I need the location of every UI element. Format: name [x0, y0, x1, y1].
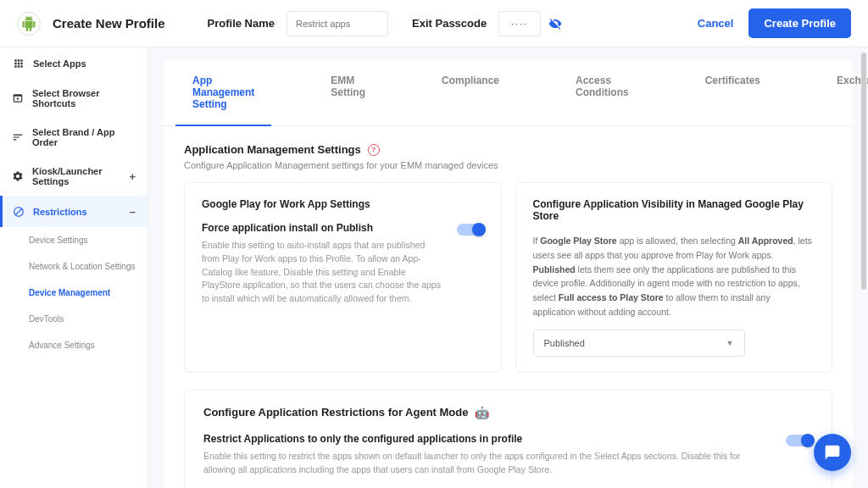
- profile-name-field: Profile Name: [208, 11, 388, 36]
- tab-compliance[interactable]: Compliance: [433, 59, 508, 125]
- scrollbar[interactable]: [861, 47, 866, 488]
- header: Create New Profile Profile Name Exit Pas…: [0, 0, 868, 47]
- profile-name-label: Profile Name: [208, 17, 275, 30]
- cancel-button[interactable]: Cancel: [698, 17, 734, 30]
- gear-icon: [12, 170, 24, 183]
- section-app-management: Application Management Settings ? Config…: [164, 126, 853, 182]
- apps-icon: [12, 57, 25, 69]
- force-install-desc: Enable this setting to auto-install apps…: [202, 239, 443, 306]
- robot-icon: 🤖: [475, 406, 489, 419]
- main-content: App Management Setting EMM Setting Compl…: [148, 47, 868, 488]
- chat-fab[interactable]: [814, 434, 851, 471]
- block-icon: [12, 205, 25, 218]
- collapse-icon[interactable]: –: [130, 205, 136, 218]
- exit-passcode-input[interactable]: [498, 11, 541, 36]
- sidebar-item-kiosk-settings[interactable]: Kiosk/Launcher Settings +: [0, 157, 147, 196]
- svg-point-0: [17, 97, 19, 99]
- sidebar-label: Restrictions: [33, 207, 87, 217]
- force-install-toggle[interactable]: [457, 224, 484, 236]
- card-visibility: Configure Application Visibility in Mana…: [515, 182, 833, 373]
- tab-emm[interactable]: EMM Setting: [322, 59, 374, 125]
- header-actions: Cancel Create Profile: [698, 8, 851, 38]
- sidebar-subitem-network[interactable]: Network & Location Settings: [0, 253, 147, 280]
- visibility-select[interactable]: Published ▼: [533, 330, 745, 357]
- sidebar-subitem-device-settings[interactable]: Device Settings: [0, 227, 147, 253]
- sidebar-label: Select Browser Shortcuts: [32, 88, 136, 108]
- restrict-apps-label: Restrict Applications to only the config…: [203, 433, 772, 445]
- card-play-settings: Google Play for Work App Settings Force …: [184, 182, 502, 373]
- tab-access-conditions[interactable]: Access Conditions: [567, 59, 637, 125]
- select-value: Published: [544, 338, 585, 348]
- sidebar-label: Select Apps: [33, 58, 86, 69]
- exit-passcode-field: Exit Passcode: [412, 11, 563, 36]
- exit-passcode-label: Exit Passcode: [412, 17, 487, 30]
- sidebar: Select Apps Select Browser Shortcuts Sel…: [0, 47, 148, 488]
- visibility-desc: If Google Play Store app is allowed, the…: [533, 234, 815, 319]
- tabs: App Management Setting EMM Setting Compl…: [164, 59, 853, 126]
- sidebar-item-select-apps[interactable]: Select Apps: [0, 47, 147, 79]
- sidebar-subitem-devtools[interactable]: DevTools: [0, 306, 147, 332]
- scrollbar-thumb[interactable]: [861, 53, 866, 290]
- sidebar-item-restrictions[interactable]: Restrictions –: [0, 196, 147, 227]
- browser-icon: [12, 92, 24, 105]
- sidebar-subitem-device-management[interactable]: Device Management: [0, 280, 147, 306]
- tab-certificates[interactable]: Certificates: [697, 59, 769, 125]
- sidebar-subitem-advance[interactable]: Advance Settings: [0, 332, 147, 358]
- sidebar-item-browser-shortcuts[interactable]: Select Browser Shortcuts: [0, 79, 147, 118]
- restrict-apps-desc: Enable this setting to restrict the apps…: [203, 450, 772, 477]
- expand-icon[interactable]: +: [129, 170, 136, 183]
- eye-off-icon[interactable]: [548, 16, 563, 31]
- card-title: Google Play for Work App Settings: [202, 198, 484, 210]
- page-title: Create New Profile: [53, 16, 165, 30]
- card-agent-restrictions: Configure Application Restrictions for A…: [184, 390, 832, 488]
- sidebar-label: Kiosk/Launcher Settings: [32, 166, 129, 186]
- force-install-label: Force application install on Publish: [202, 222, 443, 234]
- section-subtitle: Configure Application Management setting…: [184, 160, 832, 170]
- chevron-down-icon: ▼: [726, 339, 734, 347]
- sidebar-label: Select Brand / App Order: [32, 127, 136, 147]
- profile-name-input[interactable]: [287, 11, 388, 36]
- restrict-apps-toggle[interactable]: [786, 435, 813, 446]
- sidebar-item-brand-order[interactable]: Select Brand / App Order: [0, 118, 147, 157]
- sort-icon: [12, 131, 24, 144]
- android-logo: [17, 12, 41, 36]
- card-title: Configure Application Visibility in Mana…: [533, 198, 815, 222]
- tab-app-management[interactable]: App Management Setting: [184, 59, 263, 125]
- section-title-text: Application Management Settings: [184, 143, 361, 156]
- help-icon[interactable]: ?: [368, 144, 380, 156]
- create-profile-button[interactable]: Create Profile: [748, 8, 851, 38]
- section-title-text: Configure Application Restrictions for A…: [203, 406, 468, 419]
